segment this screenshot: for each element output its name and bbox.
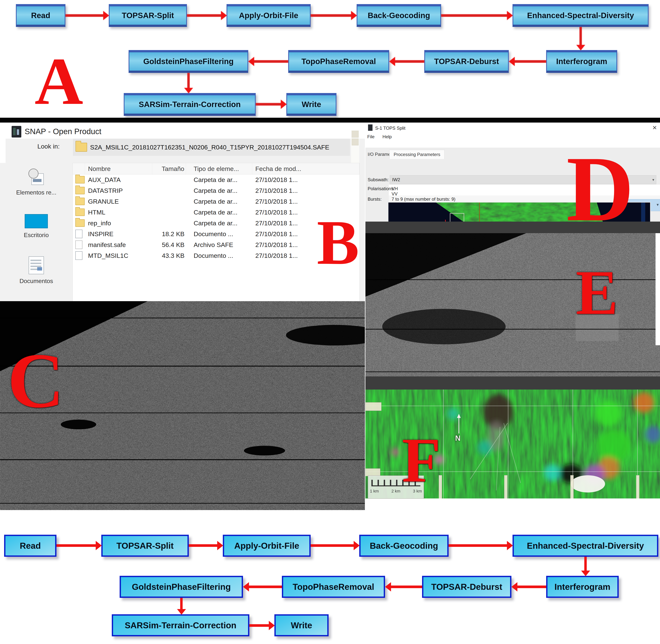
workflow-node-sarsim-terrain-correction[interactable]: SARSim-Terrain-Correction <box>124 93 256 116</box>
panel-label-e: E <box>576 261 618 324</box>
folder-icon <box>75 219 85 227</box>
sidebar-item-label: Escritorio <box>0 232 72 238</box>
workflow-node-topophaseremoval[interactable]: TopoPhaseRemoval <box>282 576 385 598</box>
arrowhead-icon <box>248 57 254 66</box>
file-type: Carpeta de ar... <box>191 209 252 216</box>
arrowhead-icon <box>269 621 275 630</box>
workflow-node-write[interactable]: Write <box>286 93 336 116</box>
file-list-header[interactable]: Nombre Tamaño Tipo de eleme... Fecha de … <box>73 163 359 175</box>
file-date: 27/10/2018 1... <box>252 187 359 194</box>
column-header-date[interactable]: Fecha de mod... <box>252 163 359 174</box>
workflow-node-back-geocoding[interactable]: Back-Geocoding <box>359 535 448 557</box>
scale-label: 2 km <box>391 489 400 493</box>
workflow-node-write[interactable]: Write <box>274 614 329 636</box>
polarisation-vh[interactable]: VH <box>392 186 398 191</box>
flow-arrow <box>65 14 104 17</box>
workflow-node-topsar-deburst[interactable]: TOPSAR-Deburst <box>422 576 511 598</box>
workflow-node-enhanced-spectral-diversity[interactable]: Enhanced-Spectral-Diversity <box>512 4 648 27</box>
arrowhead-icon <box>103 11 109 20</box>
workflow-node-apply-orbit-file[interactable]: Apply-Orbit-File <box>226 4 311 27</box>
workflow-node-goldsteinphasefiltering[interactable]: GoldsteinPhaseFiltering <box>129 50 248 73</box>
sidebar-item-recent[interactable]: Elementos re... <box>0 168 72 196</box>
arrowhead-icon <box>221 11 227 20</box>
tab-processing-parameters[interactable]: Processing Parameters <box>389 150 444 159</box>
file-type: Carpeta de ar... <box>191 176 252 183</box>
workflow-node-topsar-split[interactable]: TOPSAR-Split <box>109 4 187 27</box>
chevron-down-icon: ▾ <box>652 178 654 182</box>
arrowhead-icon <box>354 541 360 550</box>
folder-icon <box>75 187 85 194</box>
flow-arrow <box>584 557 587 571</box>
menu-file[interactable]: File <box>367 134 375 139</box>
table-row[interactable]: HTMLCarpeta de ar...27/10/2018 1... <box>73 207 359 218</box>
file-icon <box>75 240 83 249</box>
table-row[interactable]: GRANULECarpeta de ar...27/10/2018 1... <box>73 196 359 207</box>
section-divider <box>0 118 660 122</box>
file-size: 56.4 KB <box>152 241 186 249</box>
flow-arrow <box>441 14 507 17</box>
sidebar-item-documents[interactable]: Documentos <box>0 256 72 284</box>
workflow-node-interferogram[interactable]: Interferogram <box>546 576 619 598</box>
table-row[interactable]: rep_infoCarpeta de ar...27/10/2018 1... <box>73 218 359 229</box>
arrowhead-icon <box>177 609 186 615</box>
workflow-node-topsar-split[interactable]: TOPSAR-Split <box>101 535 189 557</box>
folder-icon <box>75 143 87 152</box>
workflow-node-interferogram[interactable]: Interferogram <box>546 50 617 73</box>
table-row[interactable]: manifest.safe56.4 KBArchivo SAFE27/10/20… <box>73 239 359 250</box>
workflow-node-read[interactable]: Read <box>16 4 65 27</box>
sidebar-item-desktop[interactable]: Escritorio <box>0 211 72 238</box>
dialog-titlebar[interactable]: SNAP - Open Product <box>6 124 365 139</box>
workflow-node-sarsim-terrain-correction[interactable]: SARSim-Terrain-Correction <box>112 614 249 636</box>
table-row[interactable]: INSPIRE18.2 KBDocumento ...27/10/2018 1.… <box>73 229 359 239</box>
file-type: Carpeta de ar... <box>191 187 252 194</box>
file-list-panel: Nombre Tamaño Tipo de eleme... Fecha de … <box>72 163 360 302</box>
column-header-type[interactable]: Tipo de eleme... <box>191 163 252 174</box>
column-header-size[interactable]: Tamaño <box>152 163 186 174</box>
flow-arrow <box>517 585 546 588</box>
flow-arrow <box>187 73 190 88</box>
file-type: Carpeta de ar... <box>191 220 252 227</box>
panel-label-a: A <box>35 48 83 115</box>
folder-icon <box>75 198 85 205</box>
workflow-node-topsar-deburst[interactable]: TOPSAR-Deburst <box>424 50 509 73</box>
grid-coordinate-label <box>636 475 639 499</box>
table-row[interactable]: DATASTRIPCarpeta de ar...27/10/2018 1... <box>73 185 359 196</box>
table-row[interactable]: MTD_MSIL1C43.3 KBDocumento ...27/10/2018… <box>73 250 359 261</box>
flow-arrow <box>514 60 546 63</box>
arrowhead-icon <box>389 57 395 66</box>
workflow-node-enhanced-spectral-diversity[interactable]: Enhanced-Spectral-Diversity <box>512 535 658 557</box>
workflow-node-apply-orbit-file[interactable]: Apply-Orbit-File <box>223 535 311 557</box>
flow-arrow <box>189 544 218 547</box>
file-name: HTML <box>85 209 152 216</box>
workflow-node-goldsteinphasefiltering[interactable]: GoldsteinPhaseFiltering <box>119 576 243 598</box>
panel-label-f: F <box>402 429 441 492</box>
documents-icon <box>28 256 44 274</box>
flow-arrow <box>249 624 269 627</box>
grid-coordinate-label <box>366 468 380 476</box>
arrowhead-icon <box>96 541 102 550</box>
flow-arrow <box>395 60 424 63</box>
workflow-node-topophaseremoval[interactable]: TopoPhaseRemoval <box>288 50 389 73</box>
scroll-up-button[interactable] <box>352 131 358 138</box>
menu-help[interactable]: Help <box>382 134 392 139</box>
scroll-down-button[interactable] <box>352 139 358 145</box>
flow-arrow <box>248 585 282 588</box>
close-icon[interactable]: ✕ <box>652 124 657 131</box>
arrowhead-icon <box>243 582 249 592</box>
folder-icon <box>75 208 85 216</box>
look-in-value: S2A_MSIL1C_20181027T162351_N0206_R040_T1… <box>90 144 329 151</box>
column-header-name[interactable]: Nombre <box>85 163 152 174</box>
arrowhead-icon <box>351 11 357 20</box>
arrowhead-icon <box>507 541 513 550</box>
file-list: AUX_DATACarpeta de ar...27/10/2018 1...D… <box>73 174 359 261</box>
workflow-node-read[interactable]: Read <box>4 535 57 557</box>
arrowhead-icon <box>581 571 590 576</box>
workflow-node-back-geocoding[interactable]: Back-Geocoding <box>357 4 441 27</box>
flow-arrow <box>254 60 288 63</box>
look-in-combobox[interactable]: S2A_MSIL1C_20181027T162351_N0206_R040_T1… <box>73 139 350 156</box>
xml-doc-icon <box>75 251 83 260</box>
subswath-value: IW2 <box>392 177 400 182</box>
dialog-title: S-1 TOPS Split <box>375 125 405 131</box>
file-date: 27/10/2018 1... <box>252 176 359 183</box>
table-row[interactable]: AUX_DATACarpeta de ar...27/10/2018 1... <box>73 174 359 185</box>
